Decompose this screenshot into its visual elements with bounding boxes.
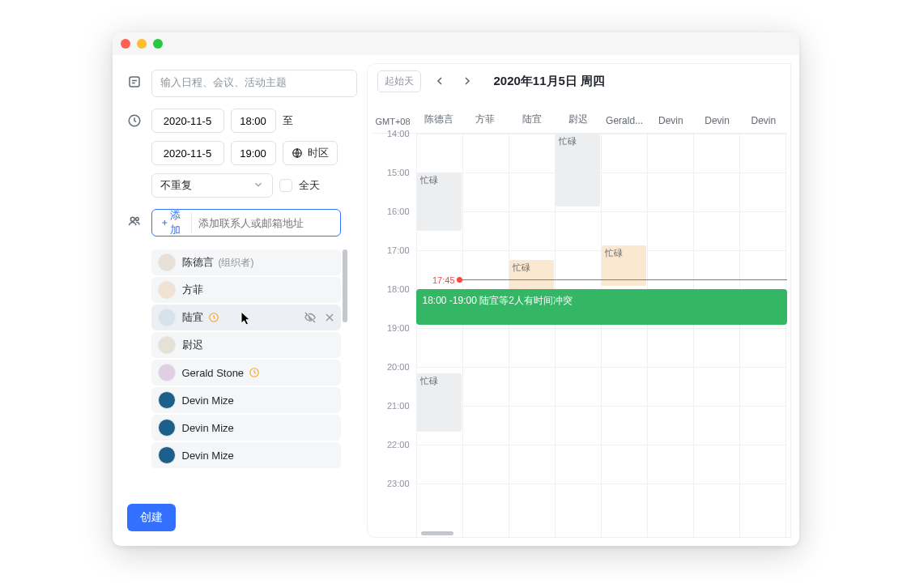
column-header: 陆宜 — [509, 113, 555, 126]
hour-label: 18:00 — [387, 284, 410, 294]
calendar-header: 起始天 2020年11月5日 周四 — [368, 64, 790, 98]
column-header: Gerald... — [602, 115, 648, 126]
column-header: Devin — [740, 115, 786, 126]
subject-input[interactable] — [151, 70, 357, 97]
now-indicator: 17:45 — [460, 279, 787, 280]
subject-icon — [127, 75, 142, 89]
timezone-button[interactable]: 时区 — [283, 141, 338, 165]
person-item[interactable]: Devin Mize — [151, 415, 341, 441]
person-item[interactable]: 陈德言(组织者) — [151, 249, 341, 275]
busy-block: 忙碌 — [556, 134, 600, 207]
svg-point-3 — [130, 217, 134, 221]
hour-label: 16:00 — [387, 207, 410, 216]
allday-checkbox[interactable] — [279, 179, 292, 192]
avatar — [158, 309, 176, 326]
column-header: 陈德言 — [416, 113, 462, 126]
repeat-select[interactable]: 不重复 — [151, 173, 273, 198]
contact-input[interactable] — [194, 212, 336, 233]
titlebar — [113, 32, 799, 55]
hour-label: 20:00 — [387, 362, 410, 372]
column-header: Devin — [694, 115, 740, 126]
time-from-input[interactable] — [231, 109, 276, 133]
person-item[interactable]: Devin Mize — [151, 387, 341, 413]
svg-point-4 — [135, 218, 138, 221]
hide-icon[interactable] — [304, 311, 317, 324]
start-day-button[interactable]: 起始天 — [377, 70, 421, 92]
busy-clock-icon — [208, 312, 219, 323]
hour-label: 19:00 — [387, 323, 410, 333]
busy-block: 忙碌 — [417, 173, 462, 231]
busy-clock-icon — [249, 367, 260, 378]
add-contact-button[interactable]: 添加 — [155, 212, 193, 233]
date-to-input[interactable] — [151, 141, 224, 165]
to-label: 至 — [283, 113, 293, 128]
person-name: 陆宜 — [182, 310, 203, 325]
hour-label: 17:00 — [387, 245, 410, 255]
person-name: 陈德言 — [182, 255, 214, 270]
person-item[interactable]: 尉迟 — [151, 332, 341, 358]
event-form-pane: 至 时区 不重复 — [113, 55, 364, 546]
time-to-input[interactable] — [231, 141, 276, 165]
busy-block: 忙碌 — [417, 373, 462, 432]
hour-label: 23:00 — [387, 479, 410, 488]
horizontal-scrollbar[interactable] — [421, 531, 453, 535]
person-name: Devin Mize — [182, 450, 234, 462]
avatar — [158, 336, 176, 354]
avatar — [158, 391, 176, 409]
hour-label: 22:00 — [387, 440, 410, 450]
next-day-button[interactable] — [458, 72, 476, 90]
avatar — [158, 446, 176, 464]
create-button[interactable]: 创建 — [127, 504, 176, 531]
avatar — [158, 364, 176, 381]
hour-label: 14:00 — [387, 129, 410, 138]
calendar-date-title: 2020年11月5日 周四 — [494, 74, 606, 89]
hour-label: 21:00 — [387, 401, 410, 411]
person-item[interactable]: 陆宜 — [151, 305, 341, 330]
chevron-down-icon — [253, 179, 264, 193]
svg-rect-0 — [130, 77, 139, 87]
person-item[interactable]: 方菲 — [151, 277, 341, 303]
window-close-button[interactable] — [121, 39, 130, 49]
people-scrollbar[interactable] — [343, 249, 347, 322]
column-header: 尉迟 — [555, 113, 601, 126]
person-name: Devin Mize — [182, 422, 234, 434]
prev-day-button[interactable] — [431, 72, 449, 90]
contact-bar[interactable]: 添加 — [151, 209, 341, 236]
person-name: 方菲 — [182, 283, 203, 297]
person-name: Devin Mize — [182, 394, 234, 407]
person-item[interactable]: Devin Mize — [151, 442, 341, 468]
allday-label: 全天 — [299, 178, 320, 193]
remove-icon[interactable] — [323, 311, 336, 324]
clock-icon — [127, 113, 142, 128]
window-minimize-button[interactable] — [137, 39, 147, 49]
timezone-label: GMT+08 — [372, 117, 416, 126]
person-item[interactable]: Gerald Stone — [151, 360, 341, 386]
people-list: 陈德言(组织者)方菲陆宜尉迟Gerald StoneDevin MizeDevi… — [151, 249, 341, 481]
date-from-input[interactable] — [151, 109, 224, 133]
avatar — [158, 254, 176, 271]
app-window: 至 时区 不重复 — [113, 32, 799, 546]
new-event-block[interactable]: 18:00 -19:00 陆宜等2人有时间冲突 — [416, 289, 787, 325]
person-name: 尉迟 — [182, 338, 203, 352]
availability-pane: 起始天 2020年11月5日 周四 GMT+08陈德言方菲陆宜尉迟Gerald.… — [367, 63, 791, 538]
hour-label: 15:00 — [387, 168, 410, 177]
avatar — [158, 281, 176, 299]
window-zoom-button[interactable] — [153, 39, 163, 49]
person-name: Gerald Stone — [182, 367, 245, 379]
column-header: 方菲 — [462, 113, 509, 126]
avatar — [158, 419, 176, 437]
person-tag: (组织者) — [219, 256, 254, 270]
column-header: Devin — [648, 115, 694, 126]
people-icon — [127, 214, 142, 228]
